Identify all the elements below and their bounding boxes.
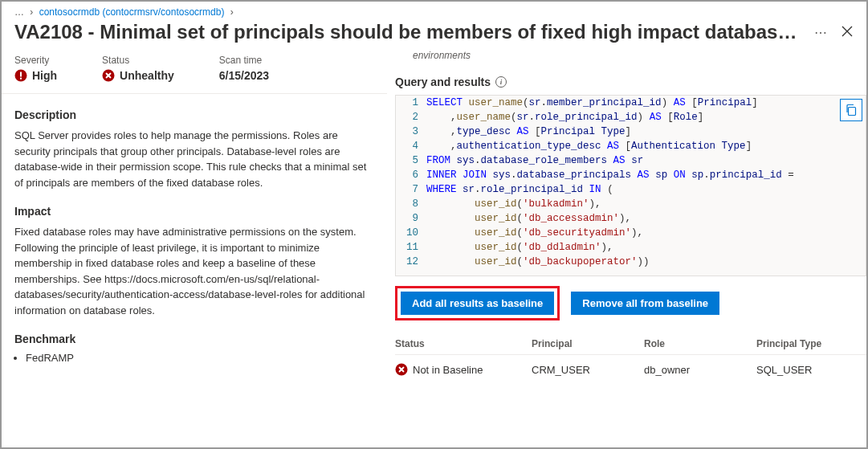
row-status: Not in Baseline	[413, 364, 483, 376]
scan-time-label: Scan time	[219, 55, 269, 66]
scan-time-value: 6/15/2023	[219, 69, 269, 82]
row-principal-type: SQL_USER	[756, 364, 866, 376]
benchmark-item: FedRAMP	[26, 352, 374, 364]
row-principal: CRM_USER	[532, 364, 644, 376]
breadcrumb-prefix[interactable]: …	[14, 6, 24, 18]
line-number: 7	[396, 182, 426, 197]
row-role: db_owner	[644, 364, 756, 376]
info-icon[interactable]: i	[495, 76, 507, 88]
benchmark-list: FedRAMP	[26, 352, 374, 364]
impact-text: Fixed database roles may have administra…	[14, 224, 374, 318]
code-line: ,user_name(sr.role_principal_id) AS [Rol…	[426, 110, 866, 124]
code-line: user_id('db_ddladmin'),	[426, 240, 866, 255]
status-error-icon	[395, 363, 408, 376]
query-results-heading: Query and results	[395, 76, 491, 88]
code-line: user_id('db_backupoperator'))	[426, 255, 866, 269]
col-header-role[interactable]: Role	[644, 338, 756, 349]
copy-query-button[interactable]	[840, 99, 862, 121]
code-line: INNER JOIN sys.database_principals AS sp…	[426, 168, 866, 182]
environments-note: environments	[395, 50, 866, 67]
col-header-status[interactable]: Status	[395, 338, 532, 349]
svg-rect-2	[20, 78, 22, 80]
code-line: ,type_desc AS [Principal Type]	[426, 124, 866, 139]
remove-all-from-baseline-button[interactable]: Remove all from baseline	[571, 292, 719, 315]
status-value: Unhealthy	[120, 69, 174, 82]
svg-rect-4	[849, 108, 856, 116]
line-number: 11	[396, 240, 426, 255]
svg-rect-1	[20, 72, 22, 77]
add-all-results-button[interactable]: Add all results as baseline	[401, 292, 554, 315]
status-label: Status	[102, 55, 174, 66]
line-number: 12	[396, 255, 426, 269]
line-number: 10	[396, 226, 426, 240]
table-row[interactable]: Not in Baseline CRM_USER db_owner SQL_US…	[395, 355, 866, 384]
line-number: 3	[396, 124, 426, 139]
line-number: 4	[396, 139, 426, 153]
description-heading: Description	[14, 108, 374, 121]
more-actions-icon[interactable]: ⋯	[814, 25, 828, 40]
code-line: user_id('db_securityadmin'),	[426, 226, 866, 240]
code-line: WHERE sr.role_principal_id IN (	[426, 182, 866, 197]
line-number: 2	[396, 110, 426, 124]
line-number: 6	[396, 168, 426, 182]
page-title: VA2108 - Minimal set of principals shoul…	[14, 21, 805, 43]
chevron-right-icon: ›	[230, 6, 234, 18]
status-unhealthy-icon	[102, 69, 115, 82]
breadcrumb-link[interactable]: contosocrmdb (contocrmsrv/contosocrmdb)	[39, 6, 225, 18]
severity-high-icon	[14, 69, 27, 82]
description-text: SQL Server provides roles to help manage…	[14, 128, 374, 190]
code-line: user_id('bulkadmin'),	[426, 197, 866, 211]
close-icon[interactable]	[841, 25, 854, 40]
query-code-block: 1SELECT user_name(sr.member_principal_id…	[395, 95, 866, 276]
code-line: SELECT user_name(sr.member_principal_id)…	[426, 96, 866, 110]
summary-bar: Severity High Status Unhealthy	[2, 50, 387, 94]
col-header-principal-type[interactable]: Principal Type	[756, 338, 866, 349]
col-header-principal[interactable]: Principal	[532, 338, 644, 349]
line-number: 5	[396, 153, 426, 168]
benchmark-heading: Benchmark	[14, 333, 374, 345]
chevron-right-icon: ›	[30, 6, 33, 18]
code-line: ,authentication_type_desc AS [Authentica…	[426, 139, 866, 153]
results-table-header: Status Principal Role Principal Type	[395, 333, 866, 355]
line-number: 9	[396, 211, 426, 226]
line-number: 8	[396, 197, 426, 211]
severity-value: High	[32, 69, 57, 82]
impact-heading: Impact	[14, 205, 374, 218]
line-number: 1	[396, 96, 426, 110]
highlight-box: Add all results as baseline	[395, 286, 560, 320]
code-line: user_id('db_accessadmin'),	[426, 211, 866, 226]
breadcrumb: … › contosocrmdb (contocrmsrv/contosocrm…	[2, 2, 866, 19]
severity-label: Severity	[14, 55, 57, 66]
code-line: FROM sys.database_role_members AS sr	[426, 153, 866, 168]
